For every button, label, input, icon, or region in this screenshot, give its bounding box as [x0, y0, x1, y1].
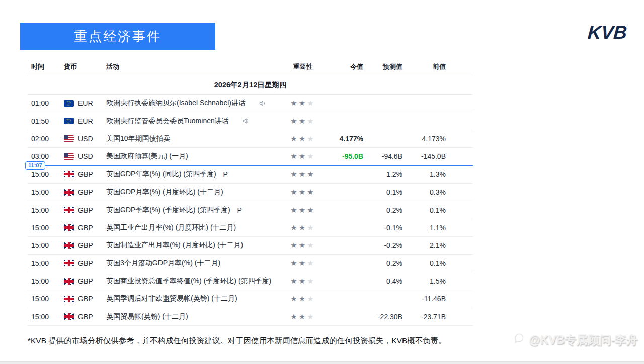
kvb-logo: KVB [587, 22, 627, 43]
event-activity: 美国10年期国债拍卖 [106, 134, 273, 143]
event-activity: 欧洲央行监管委员会委员Tuominen讲话 [106, 117, 273, 126]
speech-bubble-icon [513, 332, 526, 348]
previous-value: 1.1% [403, 224, 446, 232]
event-currency: USD [62, 135, 106, 143]
activity-label: 欧洲央行监管委员会委员Tuominen讲话 [106, 117, 229, 126]
event-time: 15:00 [28, 206, 62, 214]
event-activity: 英国季调后对非欧盟贸易帐(英镑) (十二月) [106, 294, 273, 303]
speaker-icon [242, 117, 250, 125]
event-currency: GBP [62, 295, 106, 303]
event-currency: GBP [62, 206, 106, 214]
event-time: 15:00 [28, 313, 62, 321]
importance-stars: ★★★ [273, 134, 333, 143]
currency-code: EUR [78, 117, 93, 125]
importance-stars: ★★★ [273, 259, 333, 268]
importance-stars: ★★★ [273, 223, 333, 232]
table-row: 15:00 GBP 英国GDP月率(%) (月度环比) (十二月) ★★★ 0.… [28, 184, 473, 201]
currency-flag-icon [64, 153, 74, 160]
table-row: 15:00 GBP 英国商业投资总值季率终值(%) (季度环比) (第四季度) … [28, 272, 473, 290]
event-time: 15:00 [28, 259, 62, 267]
table-header-row: 时间 货币 活动 重要性 今值 预测值 前值 [28, 58, 473, 76]
forecast-value: 0.2% [363, 259, 403, 267]
importance-stars: ★★★ [273, 170, 333, 179]
currency-code: GBP [78, 188, 93, 196]
preliminary-flag: P [237, 206, 242, 214]
page-title: 重点经济事件 [74, 28, 162, 45]
previous-value: -23.71B [403, 313, 446, 321]
currency-flag-icon [64, 260, 74, 266]
economic-events-table: 时间 货币 活动 重要性 今值 预测值 前值 2026年2月12日星期四 01:… [28, 58, 473, 326]
event-time: 15:00 [28, 188, 62, 196]
importance-stars: ★★★ [273, 294, 333, 303]
event-currency: EUR [62, 117, 106, 125]
currency-flag-icon [64, 118, 74, 124]
activity-label: 英国3个月滚动GDP月率(%) (十二月) [106, 259, 220, 268]
currency-flag-icon [64, 278, 74, 285]
previous-value: 1.3% [403, 170, 446, 178]
currency-flag-icon [64, 224, 74, 231]
event-time: 03:00 [28, 152, 62, 160]
table-row: 15:00 GBP 英国季调后对非欧盟贸易帐(英镑) (十二月) ★★★ -11… [28, 290, 473, 308]
event-activity: 欧洲央行执委施纳贝尔(Isabel Schnabel)讲话 [106, 99, 273, 108]
currency-code: USD [78, 135, 93, 143]
previous-value: -145.0B [403, 152, 446, 160]
previous-value: 0.1% [403, 259, 446, 267]
event-activity: 美国政府预算(美元) (一月) [106, 152, 273, 161]
table-row: 15:00 GBP 英国GDP季率(%) (季度环比) (第四季度) P ★★★… [28, 201, 473, 219]
event-currency: GBP [62, 277, 106, 285]
activity-label: 美国政府预算(美元) (一月) [106, 152, 188, 161]
previous-value: -11.46B [403, 295, 446, 303]
importance-stars: ★★★ [273, 206, 333, 215]
forecast-value: -94.6B [363, 152, 403, 160]
event-activity: 英国制造业产出月率(%) (月度环比) (十二月) [106, 241, 273, 250]
forecast-value: 1.2% [363, 170, 403, 178]
currency-code: GBP [78, 313, 93, 321]
importance-stars: ★★★ [273, 188, 333, 197]
event-time: 15:00 [28, 295, 62, 303]
table-row: 15:00 GBP 英国GDP年率(%) (同比) (第四季度) P ★★★ 1… [28, 166, 473, 184]
event-activity: 英国GDP季率(%) (季度环比) (第四季度) P [106, 206, 273, 215]
page-title-banner: 重点经济事件 [20, 23, 215, 50]
event-time: 15:00 [28, 241, 62, 249]
table-row: 02:00 USD 美国10年期国债拍卖 ★★★ 4.177% 4.173% [28, 130, 473, 148]
activity-label: 英国贸易帐(英镑) (十二月) [106, 312, 188, 321]
activity-label: 欧洲央行执委施纳贝尔(Isabel Schnabel)讲话 [106, 99, 246, 108]
table-row: 15:00 GBP 英国贸易帐(英镑) (十二月) ★★★ -22.30B -2… [28, 308, 473, 326]
column-header-time: 时间 [28, 62, 62, 71]
event-currency: USD [62, 152, 106, 160]
preliminary-flag: P [223, 170, 228, 178]
disclaimer-text: *KVB 提供的市场分析仅供参考，并不构成任何投资建议。对于因使用本新闻信息而造… [28, 336, 446, 346]
activity-label: 英国GDP月率(%) (月度环比) (十二月) [106, 188, 223, 197]
event-time: 15:00 [28, 277, 62, 285]
forecast-value: 0.1% [363, 188, 403, 196]
event-activity: 英国商业投资总值季率终值(%) (季度环比) (第四季度) P [106, 277, 273, 286]
activity-label: 英国商业投资总值季率终值(%) (季度环比) (第四季度) [106, 277, 271, 286]
activity-label: 美国10年期国债拍卖 [106, 134, 171, 143]
event-time: 01:00 [28, 99, 62, 107]
currency-code: GBP [78, 241, 93, 249]
currency-flag-icon [64, 189, 74, 196]
currency-code: GBP [78, 206, 93, 214]
speaker-icon [259, 100, 266, 107]
date-header: 2026年2月12日星期四 [214, 80, 286, 90]
current-time-marker: 11:07 [28, 165, 473, 166]
importance-stars: ★★★ [273, 99, 333, 108]
column-header-importance: 重要性 [273, 62, 333, 71]
event-currency: GBP [62, 241, 106, 249]
event-currency: EUR [62, 99, 106, 107]
importance-stars: ★★★ [273, 277, 333, 286]
previous-value: 2.1% [403, 241, 446, 249]
economic-calendar-page: 重点经济事件 KVB 时间 货币 活动 重要性 今值 预测值 前值 2026年2… [0, 0, 644, 364]
column-header-forecast: 预测值 [363, 62, 403, 71]
currency-code: GBP [78, 170, 93, 178]
activity-label: 英国工业产出月率(%) (月度环比) (十二月) [106, 223, 236, 232]
column-header-previous: 前值 [403, 62, 446, 71]
forecast-value: -0.2% [363, 241, 403, 249]
currency-flag-icon [64, 313, 74, 320]
column-header-currency: 货币 [62, 62, 106, 71]
importance-stars: ★★★ [273, 152, 333, 161]
currency-flag-icon [64, 296, 74, 302]
activity-label: 英国制造业产出月率(%) (月度环比) (十二月) [106, 241, 243, 250]
forecast-value: 0.2% [363, 206, 403, 214]
event-currency: GBP [62, 188, 106, 196]
